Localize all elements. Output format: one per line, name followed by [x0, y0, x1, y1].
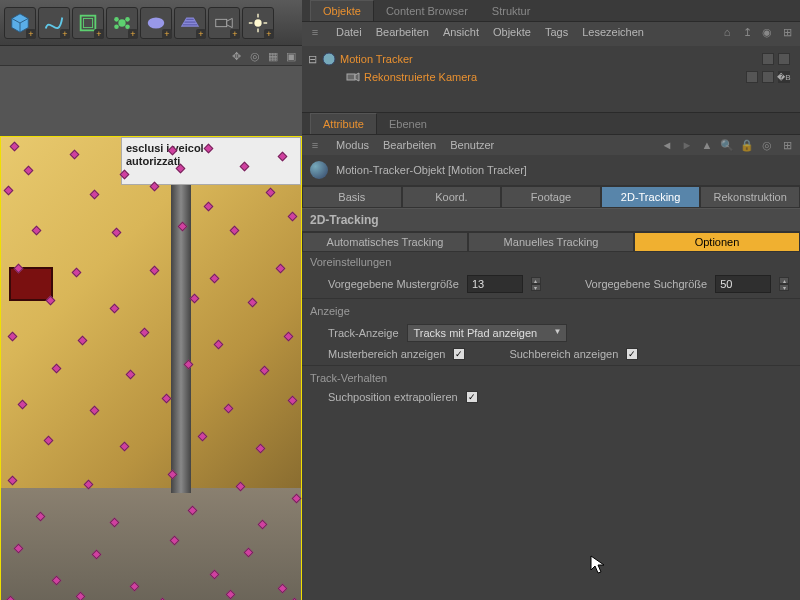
label-suchposition: Suchposition extrapolieren	[328, 391, 458, 403]
tab-footage[interactable]: Footage	[501, 186, 601, 208]
svg-point-6	[125, 24, 130, 29]
tracking-sub-tabs: Automatisches Tracking Manuelles Trackin…	[302, 232, 800, 252]
plus-icon[interactable]: ⊞	[780, 26, 794, 38]
tree-item-motion-tracker[interactable]: ⊟ Motion Tracker	[308, 50, 794, 68]
attributes-panel-tabs: Attribute Ebenen	[302, 113, 800, 135]
subtab-optionen[interactable]: Optionen	[634, 232, 800, 252]
objects-menu-bar: ≡ Datei Bearbeiten Ansicht Objekte Tags …	[302, 22, 800, 42]
search-icon[interactable]: 🔍	[720, 139, 734, 151]
svg-rect-0	[81, 15, 96, 30]
camera-icon[interactable]: +	[208, 7, 240, 39]
menu-bearbeiten-attr[interactable]: Bearbeiten	[383, 139, 436, 151]
tab-objekte[interactable]: Objekte	[310, 0, 374, 21]
camera-icon	[346, 70, 360, 84]
menu-datei[interactable]: Datei	[336, 26, 362, 38]
checkbox-suchbereich[interactable]: ✓	[626, 348, 638, 360]
vp-max-icon[interactable]: ▣	[286, 50, 298, 62]
group-voreinstellungen: Voreinstellungen	[302, 252, 800, 272]
spinner-suchgroesse[interactable]: ▴▾	[779, 277, 789, 291]
menu-ansicht[interactable]: Ansicht	[443, 26, 479, 38]
vis-editor-icon[interactable]	[746, 71, 758, 83]
section-2d-tracking: 2D-Tracking	[302, 208, 800, 232]
vp-grid-icon[interactable]: ▦	[268, 50, 280, 62]
svg-rect-8	[216, 19, 227, 26]
vp-move-icon[interactable]: ✥	[232, 50, 244, 62]
object-tree: ⊟ Motion Tracker Rekonstruierte Kamera	[302, 46, 800, 112]
menu-lesezeichen[interactable]: Lesezeichen	[582, 26, 644, 38]
footage-frame: esclusi i veicol autorizzati	[0, 136, 302, 600]
tracker-icon	[310, 161, 328, 179]
subtab-auto-tracking[interactable]: Automatisches Tracking	[302, 232, 468, 252]
menu-bearbeiten[interactable]: Bearbeiten	[376, 26, 429, 38]
up-icon[interactable]: ↥	[740, 26, 754, 38]
objects-panel-tabs: Objekte Content Browser Struktur	[302, 0, 800, 22]
attributes-menu-bar: ≡ Modus Bearbeiten Benutzer ◄ ► ▲ 🔍 🔒 ◎ …	[302, 135, 800, 155]
checkbox-musterbereich[interactable]: ✓	[453, 348, 465, 360]
nav-back-icon[interactable]: ◄	[660, 139, 674, 151]
viewport[interactable]: esclusi i veicol autorizzati	[0, 66, 302, 600]
nav-fwd-icon[interactable]: ►	[680, 139, 694, 151]
eye-icon[interactable]: ◉	[760, 26, 774, 38]
object-title: Motion-Tracker-Objekt [Motion Tracker]	[336, 164, 527, 176]
label-mustergroesse: Vorgegebene Mustergröße	[328, 278, 459, 290]
svg-point-4	[125, 17, 130, 22]
lock-icon[interactable]: 🔒	[740, 139, 754, 151]
vis-render-icon[interactable]	[778, 53, 790, 65]
menu-modus[interactable]: Modus	[336, 139, 369, 151]
main-toolbar: + + + + + + + +	[0, 0, 302, 46]
checkbox-suchposition[interactable]: ✓	[466, 391, 478, 403]
nav-up-icon[interactable]: ▲	[700, 139, 714, 151]
svg-point-5	[114, 24, 119, 29]
svg-point-2	[118, 19, 125, 26]
tab-koord[interactable]: Koord.	[402, 186, 502, 208]
expand-icon[interactable]: ⊟	[308, 53, 318, 66]
deformer-icon[interactable]: +	[106, 7, 138, 39]
attribute-object-header: Motion-Tracker-Objekt [Motion Tracker]	[302, 155, 800, 186]
viewport-header: ✥ ◎ ▦ ▣	[0, 46, 302, 66]
vis-render-icon[interactable]	[762, 71, 774, 83]
input-suchgroesse[interactable]	[715, 275, 771, 293]
spinner-mustergroesse[interactable]: ▴▾	[531, 277, 541, 291]
group-track-verhalten: Track-Verhalten	[302, 368, 800, 388]
home-icon[interactable]: ⌂	[720, 26, 734, 38]
vp-target-icon[interactable]: ◎	[250, 50, 262, 62]
target-icon[interactable]: ◎	[760, 139, 774, 151]
tab-rekonstruktion[interactable]: Rekonstruktion	[700, 186, 800, 208]
cam-active-icon[interactable]: �B	[778, 71, 790, 83]
tracker-icon	[322, 52, 336, 66]
light-icon[interactable]: +	[242, 7, 274, 39]
tab-content-browser[interactable]: Content Browser	[374, 1, 480, 21]
tab-2d-tracking[interactable]: 2D-Tracking	[601, 186, 701, 208]
input-mustergroesse[interactable]	[467, 275, 523, 293]
label-musterbereich: Musterbereich anzeigen	[328, 348, 445, 360]
group-anzeige: Anzeige	[302, 301, 800, 321]
sky-icon[interactable]: +	[140, 7, 172, 39]
menu-benutzer[interactable]: Benutzer	[450, 139, 494, 151]
tab-attribute[interactable]: Attribute	[310, 113, 377, 134]
tree-item-camera[interactable]: Rekonstruierte Kamera �B	[308, 68, 794, 86]
floor-icon[interactable]: +	[174, 7, 206, 39]
attribute-mode-tabs: Basis Koord. Footage 2D-Tracking Rekonst…	[302, 186, 800, 208]
tab-struktur[interactable]: Struktur	[480, 1, 543, 21]
dropdown-track-anzeige[interactable]: Tracks mit Pfad anzeigen	[407, 324, 567, 342]
vis-editor-icon[interactable]	[762, 53, 774, 65]
spline-icon[interactable]: +	[38, 7, 70, 39]
cube-icon[interactable]: +	[4, 7, 36, 39]
tab-basis[interactable]: Basis	[302, 186, 402, 208]
null-icon[interactable]: +	[72, 7, 104, 39]
panel-menu-icon[interactable]: ≡	[308, 26, 322, 38]
svg-point-14	[323, 53, 335, 65]
add-icon[interactable]: ⊞	[780, 139, 794, 151]
menu-tags[interactable]: Tags	[545, 26, 568, 38]
label-track-anzeige: Track-Anzeige	[328, 327, 399, 339]
svg-point-3	[114, 17, 119, 22]
label-suchgroesse: Vorgegebene Suchgröße	[585, 278, 707, 290]
subtab-manual-tracking[interactable]: Manuelles Tracking	[468, 232, 634, 252]
svg-rect-15	[347, 74, 355, 80]
panel-menu-icon[interactable]: ≡	[308, 139, 322, 151]
svg-point-7	[148, 17, 165, 28]
menu-objekte[interactable]: Objekte	[493, 26, 531, 38]
tab-ebenen[interactable]: Ebenen	[377, 114, 439, 134]
svg-rect-1	[83, 18, 92, 27]
label-suchbereich: Suchbereich anzeigen	[509, 348, 618, 360]
